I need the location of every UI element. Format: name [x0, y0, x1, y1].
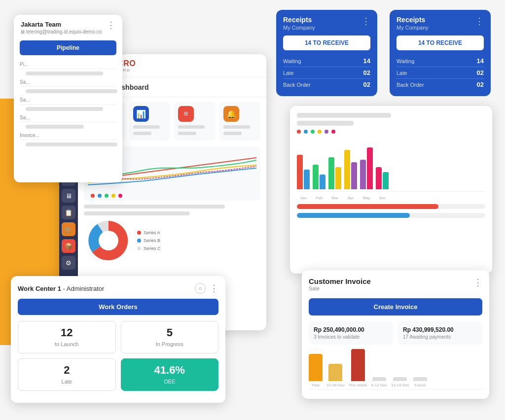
receipts1-waiting-num: 14	[363, 57, 370, 65]
inv-bar-dec1: 6-12 Dec	[371, 377, 387, 387]
legend-dot-2	[137, 239, 141, 243]
inv-bar-thisweek: This Week	[349, 349, 367, 387]
receipts1-receive-btn[interactable]: 14 TO RECEIVE	[283, 35, 370, 50]
bar-group-5	[360, 147, 373, 189]
receipts-card-2: Receipts My Company ⋮ 14 TO RECEIVE Wait…	[390, 10, 491, 96]
wc-name: Work Center 1	[18, 285, 61, 292]
receipts1-late-row: Late 02	[283, 67, 370, 79]
bar-chart-title	[297, 113, 485, 126]
inv-label-nov: 22-28 Nov	[326, 383, 345, 387]
wc-late-num: 2	[23, 364, 110, 377]
legend-label-3: Series C	[144, 246, 161, 251]
create-invoice-button[interactable]: Create Invoice	[309, 298, 482, 315]
kpi-icon-list: ≡	[178, 106, 194, 122]
receipts1-waiting-label: Waiting	[283, 58, 301, 64]
invoice-subtitle: Sale	[309, 285, 371, 291]
bar-1-blue	[304, 170, 310, 189]
chart-title-line-1	[297, 113, 391, 118]
receipts2-late-label: Late	[397, 70, 407, 76]
receipts2-waiting-num: 14	[477, 57, 484, 65]
kpi-line-5	[178, 125, 205, 129]
bar-chart-visual	[297, 138, 485, 192]
bar-legend-dot-5	[325, 130, 328, 134]
legend-dot-green	[105, 194, 108, 198]
list-bar-4	[26, 125, 84, 129]
bar-3-yellow	[335, 167, 341, 189]
list-bar-2	[26, 89, 117, 93]
legend-dot-red	[91, 194, 95, 198]
receipts2-late-num: 02	[477, 69, 484, 76]
receipts2-backorder-num: 02	[477, 81, 484, 88]
list-item-1: Pi...	[20, 60, 116, 69]
invoice-title: Customer Invoice	[309, 277, 371, 285]
bar-5-purple	[360, 160, 366, 189]
work-orders-button[interactable]: Work Orders	[18, 299, 218, 315]
bar-group-6	[376, 167, 389, 189]
bar-2-blue	[320, 175, 325, 189]
inv-bar-6	[413, 377, 427, 381]
workcenter-card: Work Center 1 - Administrator ○ ⋮ Work O…	[11, 276, 225, 403]
receipts2-menu-dots[interactable]: ⋮	[475, 16, 484, 27]
progress-row-1	[297, 204, 485, 209]
amount-2-label: 17 Awaiting payments	[403, 334, 477, 340]
amount-1-num: Rp 250,490,000.00	[314, 326, 388, 333]
svg-point-0	[99, 231, 118, 250]
receipts-card-1: Receipts My Company ⋮ 14 TO RECEIVE Wait…	[276, 10, 377, 96]
bar-chart-labels: Jan Feb Mar Apr May Jun	[297, 196, 485, 200]
amount-2-num: Rp 430,999,520.00	[403, 326, 477, 333]
inv-bar-3	[351, 349, 365, 381]
kpi-box-2: 📊	[129, 102, 171, 140]
inv-bar-future: Future	[413, 377, 427, 387]
chart-title-line-2	[297, 121, 354, 126]
receipts1-backorder-label: Back Order	[283, 82, 311, 88]
wc-launch-label: to Launch	[55, 341, 78, 347]
list-item-2: Sa...	[20, 78, 116, 87]
sidebar-nav-settings[interactable]: ⚙	[62, 256, 75, 270]
kpi-icon-bell: 🔔	[223, 106, 239, 122]
wc-header: Work Center 1 - Administrator ○ ⋮	[18, 283, 218, 294]
invoice-menu-dots[interactable]: ⋮	[473, 277, 482, 288]
legend-dot-yellow	[111, 194, 115, 198]
wc-inprogress-num: 5	[126, 326, 214, 339]
inv-label-past: Past	[312, 383, 320, 387]
pie-chart	[84, 218, 133, 263]
list-bar-3	[26, 107, 103, 111]
inv-bar-1	[309, 354, 323, 381]
wc-circle-btn[interactable]: ○	[195, 283, 206, 294]
sidebar-nav-box[interactable]: 📦	[62, 239, 75, 253]
bar-legend-dot-2	[304, 130, 308, 134]
bar-chart-legend	[297, 130, 485, 134]
pipeline-button[interactable]: Pipeline	[20, 40, 116, 55]
receipts1-company: My Company	[283, 25, 315, 31]
inv-bar-2	[328, 364, 342, 381]
bar-label-2: Feb	[313, 196, 325, 200]
invoice-header: Customer Invoice Sale ⋮	[309, 277, 482, 296]
wc-admin: Administrator	[67, 285, 105, 292]
bar-5-pink	[367, 147, 373, 189]
kpi-line-4	[133, 132, 151, 135]
receipts1-menu-dots[interactable]: ⋮	[361, 16, 370, 27]
bar-6-teal	[383, 172, 389, 189]
wc-stats-row-1: 12 to Launch 5 In Progress	[18, 321, 218, 353]
legend-item-2: Series B	[137, 238, 161, 243]
wc-menu-dots[interactable]: ⋮	[210, 283, 218, 294]
sidebar-nav-monitor[interactable]: 🖥	[62, 189, 75, 203]
receipts1-waiting-row: Waiting 14	[283, 55, 370, 67]
sidebar-nav-list[interactable]: 📋	[62, 206, 75, 219]
kpi-line-3	[133, 125, 160, 129]
sidebar-nav-shop[interactable]: 🛒	[62, 222, 75, 236]
receipts2-backorder-row: Back Order 02	[397, 79, 484, 90]
bar-label-1: Jan	[297, 196, 310, 200]
receipts2-waiting-label: Waiting	[397, 58, 414, 64]
amount-1-label: 3 Invoices to validate	[314, 334, 388, 340]
legend-label-2: Series B	[144, 238, 160, 243]
wc-late-label: Late	[62, 379, 72, 385]
bar-4-purple	[351, 162, 357, 189]
amount-box-1: Rp 250,490,000.00 3 Invoices to validate	[309, 321, 393, 345]
receipts2-receive-btn[interactable]: 14 TO RECEIVE	[397, 35, 484, 50]
receipts1-late-label: Late	[283, 70, 293, 76]
jakarta-menu-dots[interactable]: ⋮	[107, 21, 115, 30]
receipts1-backorder-row: Back Order 02	[283, 79, 370, 90]
bar-group-1	[297, 155, 310, 189]
bar-legend-dot-6	[331, 130, 335, 134]
